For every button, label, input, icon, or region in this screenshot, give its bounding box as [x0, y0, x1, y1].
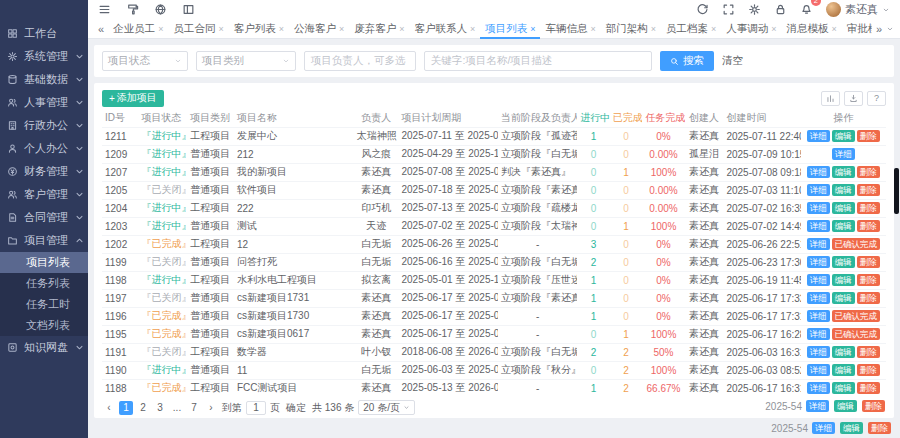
- search-button[interactable]: 搜索: [660, 51, 714, 71]
- user-menu[interactable]: 素还真: [826, 2, 890, 17]
- close-icon[interactable]: ×: [470, 24, 475, 34]
- detail-button[interactable]: 详细: [807, 310, 830, 322]
- sidebar-item-system[interactable]: 系统管理: [0, 45, 88, 68]
- detail-button[interactable]: 详细: [807, 238, 830, 250]
- page-7[interactable]: 7: [187, 401, 201, 415]
- tab-5[interactable]: 废弃客户×: [349, 19, 409, 39]
- sidebar-item-finance[interactable]: 财务管理: [0, 160, 88, 183]
- edit-button[interactable]: 编辑: [832, 274, 855, 286]
- gear-icon[interactable]: [748, 3, 761, 16]
- sidebar-item-personal-office[interactable]: 个人办公: [0, 137, 88, 160]
- detail-button[interactable]: 详细: [807, 184, 830, 196]
- layout-grid-icon[interactable]: [182, 3, 195, 16]
- edit-button[interactable]: 编辑: [832, 382, 855, 394]
- close-icon[interactable]: ×: [590, 24, 595, 34]
- close-icon[interactable]: ×: [771, 24, 776, 34]
- detail-button[interactable]: 详细: [807, 202, 830, 214]
- chart-toggle-button[interactable]: [821, 91, 840, 106]
- sidebar-item-doc-list[interactable]: 文档列表: [0, 315, 88, 336]
- close-icon[interactable]: ×: [711, 24, 716, 34]
- delete-button[interactable]: 删除: [857, 274, 880, 286]
- tabs-dropdown-icon[interactable]: [886, 25, 894, 33]
- detail-button[interactable]: 详细: [807, 346, 830, 358]
- tab-4[interactable]: 公海客户×: [289, 19, 349, 39]
- detail-button[interactable]: 详细: [807, 328, 830, 340]
- detail-button[interactable]: 详细: [807, 364, 830, 376]
- goto-confirm-button[interactable]: 确定: [286, 401, 306, 415]
- delete-button[interactable]: 删除: [857, 184, 880, 196]
- edit-button[interactable]: 编辑: [832, 220, 855, 232]
- close-icon[interactable]: ×: [530, 24, 535, 34]
- sidebar-item-contract[interactable]: 合同管理: [0, 206, 88, 229]
- tab-13[interactable]: 审批模块×: [842, 19, 872, 39]
- sidebar-item-project-list[interactable]: 项目列表: [0, 252, 88, 273]
- pager-prev[interactable]: ‹: [102, 401, 116, 415]
- clean-brush-icon[interactable]: [126, 3, 139, 16]
- detail-button[interactable]: 详细: [807, 166, 830, 178]
- project-status-select[interactable]: 项目状态: [102, 51, 188, 71]
- fullscreen-icon[interactable]: [722, 3, 735, 16]
- tabs-collapse-icon[interactable]: «: [94, 23, 108, 35]
- edit-button[interactable]: 编辑: [832, 130, 855, 142]
- delete-button[interactable]: 删除: [857, 364, 880, 376]
- detail-button[interactable]: 详细: [807, 256, 830, 268]
- sidebar-item-admin-office[interactable]: 行政办公: [0, 114, 88, 137]
- tab-8[interactable]: 车辆信息×: [540, 19, 600, 39]
- help-button[interactable]: ?: [867, 91, 886, 106]
- detail-button[interactable]: 详细: [806, 400, 829, 412]
- edit-button[interactable]: 编辑: [832, 166, 855, 178]
- edit-button[interactable]: 编辑: [832, 346, 855, 358]
- detail-button[interactable]: 详细: [832, 148, 855, 160]
- goto-page-input[interactable]: 1: [246, 401, 266, 415]
- notification-bell[interactable]: 2: [800, 1, 813, 19]
- export-button[interactable]: [844, 91, 863, 106]
- close-icon[interactable]: ×: [218, 24, 223, 34]
- delete-button[interactable]: 删除: [857, 382, 880, 394]
- delete-button[interactable]: 删除: [857, 202, 880, 214]
- detail-button[interactable]: 详细: [807, 220, 830, 232]
- page-3[interactable]: 3: [153, 401, 167, 415]
- tab-9[interactable]: 部门架构×: [601, 19, 661, 39]
- close-icon[interactable]: ×: [651, 24, 656, 34]
- delete-button[interactable]: 删除: [868, 422, 891, 434]
- refresh-icon[interactable]: [696, 3, 709, 16]
- delete-button[interactable]: 删除: [857, 166, 880, 178]
- pager-ellipsis[interactable]: ...: [170, 401, 184, 415]
- lock-icon[interactable]: [774, 3, 787, 16]
- delete-button[interactable]: 删除: [857, 130, 880, 142]
- pager-next[interactable]: ›: [204, 401, 218, 415]
- sidebar-item-task-hours[interactable]: 任务工时: [0, 294, 88, 315]
- sidebar-item-customer[interactable]: 客户管理: [0, 183, 88, 206]
- edit-button[interactable]: 编辑: [832, 256, 855, 268]
- confirmed-button[interactable]: 已确认完成: [832, 328, 881, 340]
- page-size-select[interactable]: 20 条/页: [358, 400, 415, 415]
- leader-input[interactable]: 项目负责人，可多选: [304, 51, 416, 71]
- tab-1[interactable]: 企业员工×: [108, 19, 168, 39]
- sidebar-item-knowledge[interactable]: 知识网盘: [0, 336, 88, 359]
- detail-button[interactable]: 详细: [807, 130, 830, 142]
- close-icon[interactable]: ×: [832, 24, 837, 34]
- delete-button[interactable]: 删除: [862, 400, 885, 412]
- confirmed-button[interactable]: 已确认完成: [832, 310, 881, 322]
- confirmed-button[interactable]: 已确认完成: [832, 238, 881, 250]
- tabs-more-icon[interactable]: »: [872, 23, 886, 35]
- tab-3[interactable]: 客户列表×: [229, 19, 289, 39]
- sidebar-item-hr[interactable]: 人事管理: [0, 91, 88, 114]
- project-category-select[interactable]: 项目类别: [196, 51, 296, 71]
- edit-button[interactable]: 编辑: [840, 422, 863, 434]
- sidebar-item-task-list[interactable]: 任务列表: [0, 273, 88, 294]
- tab-2[interactable]: 员工合同×: [168, 19, 228, 39]
- page-1[interactable]: 1: [119, 401, 133, 415]
- scrollbar-thumb[interactable]: [894, 168, 899, 214]
- delete-button[interactable]: 删除: [857, 292, 880, 304]
- detail-button[interactable]: 详细: [812, 422, 835, 434]
- edit-button[interactable]: 编辑: [832, 292, 855, 304]
- detail-button[interactable]: 详细: [807, 292, 830, 304]
- sidebar-item-project[interactable]: 项目管理: [0, 229, 88, 252]
- hamburger-menu-icon[interactable]: [98, 3, 111, 16]
- tab-10[interactable]: 员工档案×: [661, 19, 721, 39]
- language-globe-icon[interactable]: [154, 3, 167, 16]
- close-icon[interactable]: ×: [279, 24, 284, 34]
- detail-button[interactable]: 详细: [807, 274, 830, 286]
- add-project-button[interactable]: + 添加项目: [102, 90, 164, 107]
